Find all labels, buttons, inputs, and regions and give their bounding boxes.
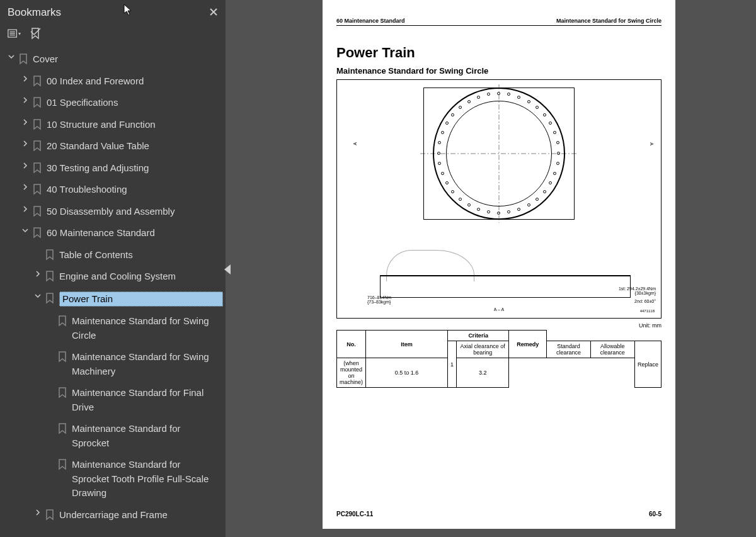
pdf-page: 60 Maintenance Standard Maintenance Stan…	[323, 0, 675, 529]
bookmark-label: 40 Troubleshooting	[47, 183, 223, 197]
cell-std: 0.5 to 1.6	[366, 358, 448, 388]
bookmark-item[interactable]: Maintenance Standard for Swing Machinery	[3, 346, 226, 382]
bookmark-icon	[32, 206, 43, 217]
bookmark-item[interactable]: 20 Standard Value Table	[3, 135, 226, 157]
bookmark-label: Cover	[33, 52, 223, 67]
bookmark-item[interactable]: Maintenance Standard for Sprocket	[3, 418, 226, 454]
bookmark-icon	[32, 140, 43, 152]
chevron-right-icon[interactable]	[20, 184, 30, 190]
bookmark-label: Engine and Cooling System	[59, 269, 223, 284]
page-header-left: 60 Maintenance Standard	[336, 18, 405, 24]
panel-title: Bookmarks	[8, 6, 61, 19]
th-std-clearance: Standard clearance	[547, 341, 590, 358]
bookmark-label: 00 Index and Foreword	[47, 74, 223, 89]
technical-diagram: A A 716–814Nm {73–83kgm} 1st: 294.2±29.4…	[336, 79, 662, 319]
bookmark-icon	[32, 162, 43, 174]
options-dropdown-icon[interactable]	[8, 27, 21, 41]
bookmarks-toolbar	[0, 25, 226, 46]
bookmark-item[interactable]: Maintenance Standard for Final Drive	[3, 382, 226, 418]
chevron-right-icon[interactable]	[20, 119, 30, 125]
bookmark-icon	[44, 293, 55, 304]
page-heading-2: Maintenance Standard for Swing Circle	[336, 66, 662, 76]
bookmark-item[interactable]: 60 Maintenance Standard	[3, 222, 226, 244]
panel-divider[interactable]	[226, 0, 242, 537]
spec-table: No. Item Criteria Remedy 1 Axial clearan…	[336, 330, 662, 388]
bookmark-icon	[44, 271, 55, 282]
bookmark-item[interactable]: 00 Index and Foreword	[3, 71, 226, 93]
chevron-right-icon[interactable]	[20, 162, 30, 169]
th-allow-clearance: Allowable clearance	[590, 341, 634, 358]
bookmark-icon	[57, 459, 68, 470]
bookmark-icon	[57, 315, 68, 327]
bookmark-label: Power Train	[59, 291, 223, 307]
chevron-right-icon[interactable]	[20, 140, 30, 147]
chevron-right-icon[interactable]	[20, 97, 30, 103]
footer-model: PC290LC-11	[336, 511, 373, 517]
bookmark-label: 30 Testing and Adjusting	[47, 161, 223, 176]
bookmark-item[interactable]: Maintenance Standard for Swing Circle	[3, 310, 226, 346]
chevron-right-icon[interactable]	[33, 509, 43, 516]
cell-item-line1: Axial clearance of bearing	[457, 341, 509, 358]
bookmark-item[interactable]: 50 Disassembly and Assembly	[3, 201, 226, 223]
unit-label: Unit: mm	[336, 322, 662, 329]
chevron-down-icon[interactable]	[20, 227, 30, 234]
bookmark-label: 10 Structure and Function	[47, 118, 223, 132]
page-header-right: Maintenance Standard for Swing Circle	[556, 18, 662, 24]
bookmark-label: 60 Maintenance Standard	[47, 226, 223, 240]
bookmark-icon	[18, 54, 29, 65]
diagram-id-label: 4471118	[640, 309, 655, 313]
cell-item-line2: (when mounted on machine)	[337, 358, 366, 388]
chevron-right-icon[interactable]	[20, 206, 30, 212]
bookmark-label: Maintenance Standard for Final Drive	[72, 386, 223, 414]
document-viewport[interactable]: 60 Maintenance Standard Maintenance Stan…	[242, 0, 756, 537]
th-item: Item	[366, 331, 448, 358]
bookmark-tree[interactable]: Cover00 Index and Foreword01 Specificati…	[0, 46, 226, 537]
bookmark-icon	[32, 227, 43, 239]
diagram-section-label: A – A	[494, 307, 504, 312]
bookmark-label: Maintenance Standard for Swing Machinery	[72, 350, 223, 378]
bookmark-item[interactable]: Cover	[3, 48, 226, 71]
bookmark-icon	[57, 387, 68, 399]
bookmark-icon	[57, 423, 68, 434]
bookmark-label: 50 Disassembly and Assembly	[47, 205, 223, 219]
cell-allow: 3.2	[457, 358, 509, 388]
bookmark-item[interactable]: 10 Structure and Function	[3, 114, 226, 136]
close-panel-button[interactable]	[209, 5, 218, 20]
bookmark-icon	[44, 249, 55, 261]
bookmark-label: 01 Specifications	[47, 96, 223, 110]
bookmark-item[interactable]: Maintenance Standard for Sprocket Tooth …	[3, 454, 226, 504]
bookmark-icon	[32, 119, 43, 130]
diagram-annotation-left: 716–814Nm {73–83kgm}	[367, 295, 391, 304]
cell-no: 1	[448, 341, 457, 388]
bookmark-ribbon-icon[interactable]	[29, 27, 43, 41]
collapse-handle-icon[interactable]	[224, 264, 231, 274]
diagram-annotation-right-1: 1st: 294.2±29.4Nm {30±3kgm}	[619, 286, 656, 295]
bookmarks-panel: Bookmarks Cover00 Index and Foreword01 S…	[0, 0, 226, 537]
chevron-right-icon[interactable]	[20, 76, 30, 82]
diagram-annotation-right-2: 2nd: 60±0°	[634, 299, 656, 303]
chevron-right-icon[interactable]	[33, 271, 43, 277]
bookmark-item[interactable]: 40 Troubleshooting	[3, 179, 226, 201]
bookmark-label: Undercarriage and Frame	[59, 508, 223, 523]
th-criteria: Criteria	[448, 331, 509, 341]
chevron-down-icon[interactable]	[33, 293, 43, 299]
bookmark-item[interactable]: 01 Specifications	[3, 92, 226, 114]
bookmark-label: Maintenance Standard for Sprocket Tooth …	[72, 458, 223, 500]
th-remedy: Remedy	[509, 331, 547, 358]
bookmark-item[interactable]: 30 Testing and Adjusting	[3, 157, 226, 179]
bookmark-item[interactable]: Power Train	[3, 288, 226, 311]
footer-page-number: 60-5	[649, 511, 662, 517]
bookmark-item[interactable]: Engine and Cooling System	[3, 266, 226, 288]
th-no: No.	[337, 331, 366, 358]
bookmark-icon	[32, 184, 43, 195]
bookmark-label: Table of Contents	[59, 248, 223, 263]
bookmark-icon	[57, 351, 68, 363]
chevron-down-icon[interactable]	[6, 54, 16, 60]
bookmark-label: 20 Standard Value Table	[47, 139, 223, 154]
page-heading-1: Power Train	[336, 45, 662, 61]
bookmark-item[interactable]: Table of Contents	[3, 244, 226, 266]
bookmark-item[interactable]: Undercarriage and Frame	[3, 504, 226, 526]
bookmark-icon	[32, 76, 43, 87]
cell-remedy: Replace	[634, 341, 661, 388]
bookmark-label: Maintenance Standard for Swing Circle	[72, 314, 223, 342]
